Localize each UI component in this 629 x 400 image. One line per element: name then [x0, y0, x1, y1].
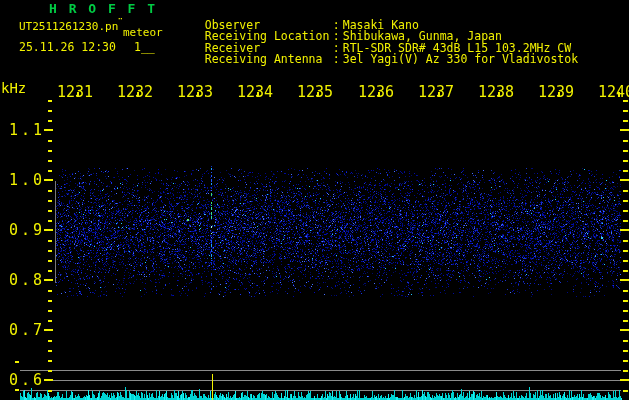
right-minor-tick: [623, 220, 628, 222]
freq-label: 0.7: [0, 321, 45, 339]
time-label: 1237: [418, 83, 454, 101]
hrofft-window: H R O F F T UT2511261230.pn ¨ meteor 25.…: [0, 0, 629, 400]
time-tick: [317, 92, 319, 97]
time-tick: [438, 92, 440, 97]
right-minor-tick: [623, 260, 628, 262]
freq-minor-tick: [48, 170, 52, 172]
right-minor-tick: [623, 360, 628, 362]
freq-minor-tick: [48, 190, 52, 192]
freq-minor-tick: [48, 120, 52, 122]
right-minor-tick: [623, 160, 628, 162]
right-major-tick: [620, 179, 629, 181]
right-minor-tick: [623, 120, 628, 122]
right-minor-tick: [623, 140, 628, 142]
right-minor-tick: [623, 340, 628, 342]
right-minor-tick: [623, 270, 628, 272]
freq-minor-tick: [48, 200, 52, 202]
time-tick: [257, 92, 259, 97]
time-tick: [618, 92, 620, 97]
time-label: 1240: [598, 83, 629, 101]
right-major-tick: [620, 229, 629, 231]
time-tick: [137, 92, 139, 97]
freq-label: 1.0: [0, 171, 45, 189]
time-label: 1238: [478, 83, 514, 101]
freq-minor-tick: [48, 360, 52, 362]
freq-minor-tick: [48, 340, 52, 342]
right-minor-tick: [623, 170, 628, 172]
freq-minor-tick: [48, 260, 52, 262]
freq-unit-label: kHz: [1, 80, 26, 96]
right-minor-tick: [623, 320, 628, 322]
right-minor-tick: [623, 370, 628, 372]
time-label: 1232: [117, 83, 153, 101]
right-minor-tick: [623, 210, 628, 212]
freq-minor-tick: [48, 110, 52, 112]
output-filename: UT2511261230.pn: [19, 20, 118, 33]
right-minor-tick: [623, 240, 628, 242]
freq-major-tick: [44, 279, 53, 281]
right-minor-tick: [623, 200, 628, 202]
freq-minor-tick: [48, 300, 52, 302]
time-tick: [197, 92, 199, 97]
right-minor-tick: [623, 390, 628, 392]
time-tick: [558, 92, 560, 97]
right-minor-tick: [623, 250, 628, 252]
freq-minor-tick: [48, 240, 52, 242]
freq-minor-tick: [48, 140, 52, 142]
right-minor-tick: [623, 190, 628, 192]
freq-major-tick: [44, 379, 53, 381]
counter-text: 1__: [134, 40, 155, 54]
freq-major-tick: [44, 179, 53, 181]
time-tick: [378, 92, 380, 97]
level-axis-tick-bottom: [15, 389, 19, 391]
time-tick: [77, 92, 79, 97]
freq-minor-tick: [48, 100, 52, 102]
info-value: 3el Yagi(V) Az 330 for Vladivostok: [343, 52, 578, 66]
freq-minor-tick: [48, 310, 52, 312]
right-major-tick: [620, 379, 629, 381]
date-time: 25.11.26 12:30: [19, 40, 116, 54]
time-label: 1239: [538, 83, 574, 101]
freq-label: 1.1: [0, 121, 45, 139]
freq-minor-tick: [48, 270, 52, 272]
station-name: meteor: [123, 26, 163, 39]
freq-minor-tick: [48, 150, 52, 152]
right-major-tick: [620, 279, 629, 281]
time-label: 1234: [237, 83, 273, 101]
right-minor-tick: [623, 300, 628, 302]
freq-major-tick: [44, 229, 53, 231]
freq-major-tick: [44, 129, 53, 131]
freq-minor-tick: [48, 160, 52, 162]
freq-minor-tick: [48, 290, 52, 292]
freq-label: 0.6: [0, 371, 45, 389]
right-minor-tick: [623, 150, 628, 152]
time-tick: [498, 92, 500, 97]
freq-minor-tick: [48, 250, 52, 252]
freq-label: 0.9: [0, 221, 45, 239]
time-label: 1233: [177, 83, 213, 101]
right-major-tick: [620, 329, 629, 331]
info-colon: :: [333, 52, 343, 66]
freq-minor-tick: [48, 220, 52, 222]
time-label: 1231: [57, 83, 93, 101]
right-minor-tick: [623, 290, 628, 292]
freq-major-tick: [44, 329, 53, 331]
freq-minor-tick: [48, 350, 52, 352]
info-row-antenna: Receiving Antenna:3el Yagi(V) Az 330 for…: [177, 38, 578, 80]
freq-minor-tick: [48, 370, 52, 372]
level-axis-tick-top: [15, 361, 19, 363]
right-minor-tick: [623, 310, 628, 312]
right-minor-tick: [623, 110, 628, 112]
freq-minor-tick: [48, 390, 52, 392]
right-minor-tick: [623, 350, 628, 352]
time-label: 1236: [358, 83, 394, 101]
freq-label: 0.8: [0, 271, 45, 289]
info-label: Receiving Antenna: [205, 52, 333, 66]
app-title: H R O F F T: [49, 1, 157, 16]
right-minor-tick: [623, 100, 628, 102]
time-label: 1235: [297, 83, 333, 101]
right-major-tick: [620, 129, 629, 131]
freq-minor-tick: [48, 210, 52, 212]
freq-minor-tick: [48, 320, 52, 322]
